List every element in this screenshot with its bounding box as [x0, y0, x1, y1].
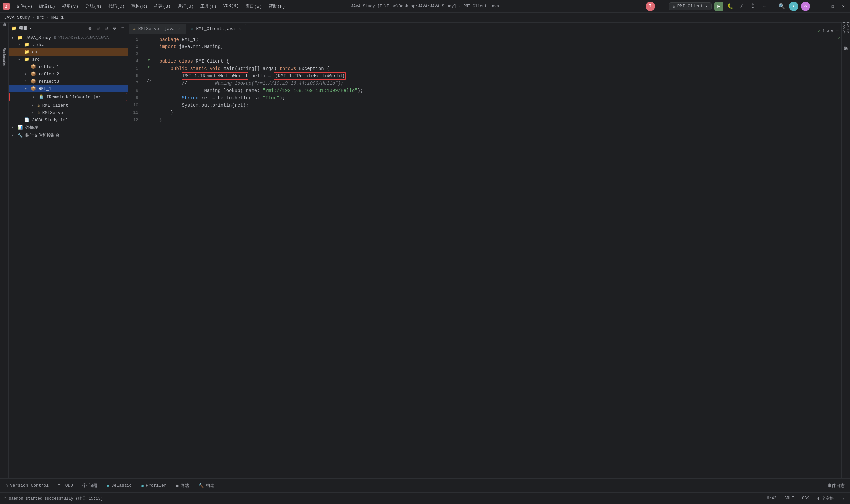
git-icon: ⑃ — [842, 496, 844, 501]
sidebar-dropdown-arrow[interactable]: ▾ — [29, 26, 32, 30]
sidebar-icon-locate[interactable]: ◎ — [87, 24, 93, 32]
tree-arrow: › — [24, 65, 29, 69]
jelastic-icon: ◆ — [107, 483, 109, 488]
tree-item-temp[interactable]: › 🔧 临时文件和控制台 — [8, 131, 128, 140]
encoding-value: GBK — [802, 496, 809, 501]
tree-label-reflect2: reflect2 — [38, 72, 59, 77]
minimize-button[interactable]: — — [818, 3, 827, 9]
bottom-tab-jelastic[interactable]: ◆ Jelastic — [104, 482, 134, 490]
tree-label-idea: .idea — [32, 42, 45, 48]
sidebar-header-icons: ◎ ⊞ ⊟ ⚙ − — [87, 24, 125, 32]
encoding-indicator[interactable]: GBK — [800, 496, 811, 501]
menu-edit[interactable]: 编辑(E) — [36, 3, 58, 10]
line-num-3: 3 — [128, 51, 141, 58]
run-button[interactable]: ▶ — [714, 2, 723, 11]
tree-item-rmiserver[interactable]: › ☕ RMIServer — [8, 109, 128, 116]
settings-avatar[interactable]: ⚙ — [801, 2, 810, 11]
git-icon-status[interactable]: ⑃ — [840, 496, 846, 501]
contact-tab[interactable]: 联系热 — [843, 40, 850, 47]
gutter-10 — [144, 100, 154, 107]
coverage-button[interactable]: ⚡ — [738, 2, 746, 11]
bottom-tab-terminal[interactable]: ▣ 终端 — [173, 482, 192, 490]
package-icon: 📦 — [31, 71, 36, 77]
maximize-button[interactable]: ☐ — [829, 3, 837, 10]
breadcrumb-item-0[interactable]: JAVA_Study — [4, 15, 30, 20]
menu-build[interactable]: 构建(B) — [151, 3, 173, 10]
folder-icon: 📁 — [24, 50, 29, 55]
menu-view[interactable]: 视图(V) — [59, 3, 81, 10]
debug-button[interactable]: 🐛 — [726, 2, 735, 11]
gutter-12 — [144, 114, 154, 122]
check-icon[interactable]: ✓ — [818, 28, 820, 34]
tree-label-reflect1: reflect1 — [38, 65, 59, 69]
tab-close-rmiserver[interactable]: ✕ — [177, 26, 182, 31]
menu-window[interactable]: 窗口(W) — [243, 3, 264, 10]
gutter-5[interactable]: ▶ — [144, 63, 154, 70]
profile-button[interactable]: ⏱ — [749, 2, 757, 11]
menu-run[interactable]: 运行(U) — [175, 3, 196, 10]
code-editor[interactable]: package RMI_1; import java.rmi.Naming; p… — [154, 34, 837, 479]
tree-item-src[interactable]: ▾ 📁 src — [8, 56, 128, 63]
comment-7: Naming.lookup("rmi://10.19.16.44:1099/He… — [187, 80, 343, 87]
github-copilot-tab[interactable]: GitHub Copilot — [843, 24, 850, 31]
tree-item-rmi-client[interactable]: › ☕ RMI_Client — [8, 102, 128, 109]
sidebar-icon-expand[interactable]: ⊞ — [95, 24, 101, 32]
bottom-tab-version-control[interactable]: ⑃ Version Control — [3, 482, 52, 489]
tree-item-iml[interactable]: 📄 JAVA_Study.iml — [8, 116, 128, 124]
tree-item-rmi1[interactable]: ▾ 📦 RMI_1 — [8, 85, 128, 92]
menu-refactor[interactable]: 重构(R) — [128, 3, 150, 10]
scroll-up-icon[interactable]: ∧ — [827, 28, 830, 34]
tab-rmi-client[interactable]: ☕ RMI_Client.java ✕ — [186, 23, 246, 34]
sidebar-icon-collapse[interactable]: ⊟ — [104, 24, 109, 32]
run-config[interactable]: ☕ RMI_Client ▾ — [669, 2, 711, 10]
bottom-tab-build[interactable]: 🔨 构建 — [196, 482, 217, 490]
breadcrumb-sep-1: › — [46, 15, 49, 20]
breadcrumb-item-2[interactable]: RMI_1 — [51, 15, 64, 20]
tree-item-reflect3[interactable]: › 📦 reflect3 — [8, 78, 128, 85]
bottom-tab-profiler[interactable]: ◉ Profiler — [139, 482, 169, 490]
bottom-tab-problems[interactable]: ⓘ 问题 — [80, 482, 100, 490]
gutter-4[interactable]: ▶ — [144, 56, 154, 63]
event-log-tab[interactable]: 事件日志 — [825, 482, 847, 490]
copilot-avatar[interactable]: ✦ — [789, 2, 798, 11]
scroll-down-icon[interactable]: ∨ — [831, 28, 833, 34]
todo-icon: ≡ — [58, 483, 61, 488]
breadcrumb-item-1[interactable]: src — [37, 15, 44, 20]
menu-file[interactable]: 文件(F) — [13, 3, 35, 10]
tree-item-reflect1[interactable]: › 📦 reflect1 — [8, 63, 128, 70]
bookmarks-tab[interactable]: Bookmarks — [2, 46, 7, 69]
tree-path-java-study: E:\Ttoc\Desktop\JAVA\JAVA — [54, 36, 109, 39]
sidebar-icon-close[interactable]: − — [120, 24, 125, 32]
tree-item-java-study[interactable]: ▾ 📁 JAVA_Study E:\Ttoc\Desktop\JAVA\JAVA — [8, 34, 128, 41]
structure-tab[interactable]: 结构 — [0, 25, 8, 33]
tree-item-out[interactable]: › 📁 out — [8, 49, 128, 56]
bottom-tab-todo[interactable]: ≡ TODO — [55, 482, 76, 489]
back-button[interactable]: ← — [658, 2, 666, 11]
user-avatar[interactable]: T — [646, 2, 655, 11]
menu-vcs[interactable]: VCS(S) — [221, 3, 242, 10]
menu-code[interactable]: 代码(C) — [106, 3, 127, 10]
line-num-7: 7 — [128, 80, 141, 87]
more-run-button[interactable]: ⋯ — [760, 2, 768, 11]
menu-navigate[interactable]: 导航(N) — [82, 3, 104, 10]
tree-item-iremote[interactable]: › 🫙 IRemoteHelloWorld.jar — [9, 93, 127, 101]
search-button[interactable]: 🔍 — [777, 2, 786, 11]
title-bar: J 文件(F) 编辑(E) 视图(V) 导航(N) 代码(C) 重构(R) 构建… — [0, 0, 850, 13]
tab-rmiserver[interactable]: ☕ RMIServer.java ✕ — [129, 23, 186, 34]
sidebar-icon-settings[interactable]: ⚙ — [112, 24, 117, 32]
settings-icon[interactable]: ⋯ — [836, 28, 839, 34]
tree-label-iml: JAVA_Study.iml — [32, 118, 68, 123]
build-label: 构建 — [205, 483, 214, 489]
close-button[interactable]: ✕ — [839, 3, 847, 10]
spaces-indicator[interactable]: 4 个空格 — [815, 495, 836, 502]
line-col-indicator[interactable]: 6:42 — [765, 496, 778, 501]
line-ending-indicator[interactable]: CRLF — [782, 496, 796, 501]
kw-static: static — [190, 65, 206, 72]
menu-help[interactable]: 帮助(H) — [266, 3, 288, 10]
tree-item-reflect2[interactable]: › 📦 reflect2 — [8, 70, 128, 78]
tree-item-external[interactable]: › 📊 外部库 — [8, 124, 128, 131]
status-bar: * daemon started successfully (昨天 15:13)… — [0, 492, 850, 504]
tree-item-idea[interactable]: › 📁 .idea — [8, 41, 128, 49]
menu-tools[interactable]: 工具(T) — [198, 3, 219, 10]
tab-close-rmi-client[interactable]: ✕ — [238, 26, 242, 31]
